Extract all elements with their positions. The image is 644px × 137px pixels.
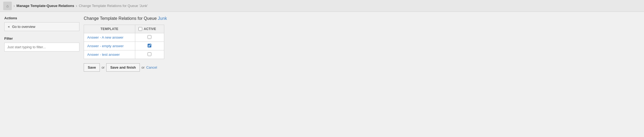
template-cell[interactable]: Answer - empty answer — [84, 42, 135, 50]
relations-table: TEMPLATE ACTIVE Answer - A new answerAns… — [84, 25, 164, 59]
home-icon: ⌂ — [6, 4, 9, 8]
go-overview-button[interactable]: ◄ Go to overview — [4, 22, 79, 31]
cancel-button[interactable]: Cancel — [146, 65, 157, 69]
content-title-prefix: Change Template Relations for Queue — [84, 16, 157, 21]
sidebar: Actions ◄ Go to overview Filter — [4, 16, 79, 125]
content-area: Change Template Relations for Queue Junk… — [84, 16, 640, 125]
main-layout: Actions ◄ Go to overview Filter Change T… — [0, 12, 644, 130]
breadcrumb-item-2: Change Template Relations for Queue 'Jun… — [79, 4, 148, 8]
select-all-checkbox[interactable] — [138, 27, 142, 31]
or-text-2: or — [141, 65, 145, 69]
action-buttons: Save or Save and finish or Cancel — [84, 63, 640, 72]
filter-input[interactable] — [4, 43, 79, 51]
table-row: Answer - test answer — [84, 50, 164, 59]
save-button[interactable]: Save — [84, 63, 100, 72]
table-row: Answer - empty answer — [84, 42, 164, 50]
filter-section: Filter — [4, 36, 79, 51]
table-row: Answer - A new answer — [84, 33, 164, 42]
queue-name: Junk — [158, 16, 167, 21]
col-template-header: TEMPLATE — [84, 25, 135, 33]
active-checkbox[interactable] — [148, 35, 151, 39]
template-cell[interactable]: Answer - test answer — [84, 50, 135, 59]
active-checkbox[interactable] — [148, 44, 151, 47]
active-cell — [135, 33, 164, 42]
template-cell[interactable]: Answer - A new answer — [84, 33, 135, 42]
or-text-1: or — [101, 65, 105, 69]
save-finish-button[interactable]: Save and finish — [106, 63, 140, 72]
go-overview-label: Go to overview — [12, 25, 35, 29]
breadcrumb-separator-1: › — [13, 3, 15, 8]
active-cell — [135, 50, 164, 59]
breadcrumb: ⌂ › Manage Template-Queue Relations › Ch… — [0, 0, 644, 12]
home-button[interactable]: ⌂ — [3, 2, 12, 10]
active-cell — [135, 42, 164, 50]
content-title: Change Template Relations for Queue Junk — [84, 16, 640, 21]
breadcrumb-separator-2: › — [76, 3, 77, 8]
arrow-left-icon: ◄ — [7, 25, 10, 28]
breadcrumb-item-1[interactable]: Manage Template-Queue Relations — [16, 4, 74, 8]
col-active-header: ACTIVE — [135, 25, 164, 33]
actions-title: Actions — [4, 16, 79, 20]
filter-title: Filter — [4, 36, 79, 40]
active-checkbox[interactable] — [148, 52, 151, 56]
